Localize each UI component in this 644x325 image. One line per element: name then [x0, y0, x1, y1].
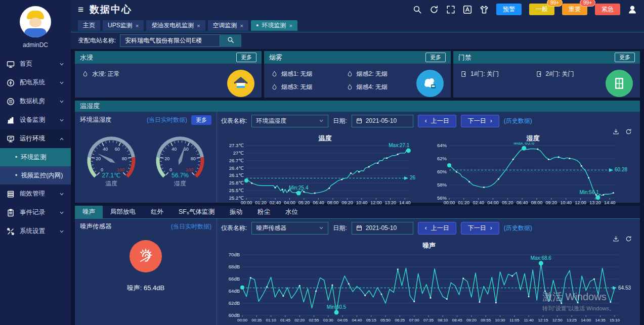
tab-close-icon[interactable]: ×: [240, 23, 243, 29]
station-search-button[interactable]: [220, 34, 241, 47]
refresh-icon[interactable]: [625, 235, 632, 242]
tab-close-icon[interactable]: ×: [136, 23, 139, 29]
status-item: 烟感4: 无烟: [347, 83, 417, 91]
tab-主页[interactable]: 主页: [78, 20, 100, 31]
temp-humidity-card: 环境温湿度 (当日实时数据) 更多 02040608010027.1℃温度020…: [75, 112, 217, 203]
sensor-tab-粉尘[interactable]: 粉尘: [250, 206, 278, 218]
smoke-panel-body: 烟感1: 无烟烟感2: 无烟烟感3: 无烟烟感4: 无烟: [264, 64, 451, 100]
noise-meter-select[interactable]: 噪声传感器: [251, 222, 328, 235]
tab-label: 空调监测: [213, 21, 237, 30]
sensor-tab-噪声[interactable]: 噪声: [75, 206, 103, 218]
svg-text:08:45: 08:45: [452, 318, 463, 322]
door-panel-more-button[interactable]: 更多: [615, 53, 635, 62]
calendar-icon: [356, 118, 362, 124]
download-icon[interactable]: [613, 128, 619, 134]
tab-UPS监测[interactable]: UPS监测×: [103, 20, 144, 31]
sensor-tab-振动[interactable]: 振动: [222, 206, 250, 218]
status-item: 1#门: 关门: [460, 70, 531, 78]
svg-text:06:40: 06:40: [517, 200, 528, 205]
sensor-tab-局部放电[interactable]: 局部放电: [103, 206, 143, 218]
sidebar-item-能效管理[interactable]: 能效管理: [0, 184, 71, 203]
sensor-tab-红外[interactable]: 红外: [143, 206, 171, 218]
tab-close-icon[interactable]: ×: [289, 23, 292, 29]
alarm-button-预警[interactable]: 预警: [496, 4, 522, 15]
hamburger-menu-icon[interactable]: ≡: [78, 5, 83, 14]
alarm-button-一般[interactable]: 一般99+: [529, 4, 554, 15]
tab-close-icon[interactable]: ×: [197, 23, 200, 29]
door-panel-title: 门禁: [458, 53, 471, 62]
status-item: 烟感2: 无烟: [347, 70, 417, 78]
chart-icon: [7, 116, 15, 124]
refresh-icon[interactable]: [430, 5, 439, 14]
sidebar-item-数据机房[interactable]: 数据机房: [0, 92, 71, 111]
tab-环境监测[interactable]: ●环境监测×: [251, 20, 297, 31]
temp-next-day-button[interactable]: 下一日›: [461, 115, 499, 127]
svg-text:08:00: 08:00: [531, 200, 543, 205]
status-item-text: 水浸: 正常: [92, 70, 120, 78]
sidebar-item-label: 设备监测: [20, 116, 45, 124]
refresh-icon[interactable]: [625, 128, 632, 134]
svg-text:13:20: 13:20: [385, 200, 397, 205]
svg-text:27℃: 27℃: [233, 150, 244, 156]
tab-空调监测[interactable]: 空调监测×: [208, 20, 248, 31]
status-item-text: 2#门: 关门: [546, 70, 574, 78]
sidebar-item-运行环境[interactable]: 运行环境: [0, 129, 71, 148]
svg-text:64%: 64%: [437, 143, 447, 148]
temp-history-link[interactable]: (历史数据): [504, 117, 532, 125]
sensor-tab-SF₆气体监测[interactable]: SF₆气体监测: [171, 206, 222, 218]
data-center-app: adminDC 首页配电系统数据机房设备监测运行环境•环境监测•视频监控(内网)…: [0, 0, 644, 325]
temp-prev-day-button[interactable]: ‹上一日: [418, 115, 456, 127]
download-icon[interactable]: [613, 235, 619, 242]
user-icon[interactable]: [628, 5, 637, 14]
chevron-down-icon: [59, 118, 64, 123]
svg-text:60.28: 60.28: [615, 167, 627, 172]
sidebar-item-设备监测[interactable]: 设备监测: [0, 111, 71, 129]
alarm-button-紧急[interactable]: 紧急: [595, 4, 620, 15]
sidebar-item-首页[interactable]: 首页: [0, 55, 71, 73]
noise-chart-controls: 仪表名称:噪声传感器日期:2021-05-10‹上一日下一日›(历史数据): [221, 221, 637, 235]
username: adminDC: [0, 41, 71, 49]
noise-date-input[interactable]: 2021-05-10: [352, 222, 413, 235]
temp-date-input[interactable]: 2021-05-10: [352, 115, 413, 127]
station-name-input[interactable]: 安科瑞电气股份有限公司E楼: [120, 34, 220, 47]
sidebar-item-事件记录[interactable]: 事件记录: [0, 203, 71, 222]
sidebar-item-配电系统[interactable]: 配电系统: [0, 73, 71, 92]
avatar[interactable]: [20, 6, 51, 37]
droplet-icon: [271, 84, 278, 90]
svg-text:09:20: 09:20: [466, 318, 477, 322]
chart-plot-温度: 25.2℃25.5℃25.8℃26.1℃26.4℃26.7℃27℃27.3℃00…: [221, 143, 429, 209]
theme-icon[interactable]: [480, 5, 489, 14]
tab-柴油发电机监测[interactable]: 柴油发电机监测×: [146, 20, 205, 31]
smoke-panel-title: 烟雾: [269, 53, 282, 62]
smoke-panel-items: 烟感1: 无烟烟感2: 无烟烟感3: 无烟烟感4: 无烟: [271, 70, 416, 97]
noise-meter-label: 仪表名称:: [221, 224, 247, 233]
alarm-button-重要[interactable]: 重要99+: [562, 4, 587, 15]
temp-humidity-more-button[interactable]: 更多: [191, 115, 211, 125]
sidebar-item-系统设置[interactable]: 系统设置: [0, 222, 71, 241]
temp-meter-select[interactable]: 环境温湿度: [251, 115, 328, 127]
chevron-down-icon: [319, 225, 324, 230]
sidebar-subitem-环境监测[interactable]: •环境监测: [0, 148, 71, 166]
smoke-panel: 烟雾更多烟感1: 无烟烟感2: 无烟烟感3: 无烟烟感4: 无烟: [264, 51, 451, 98]
status-panels-row: 水浸更多水浸: 正常烟雾更多烟感1: 无烟烟感2: 无烟烟感3: 无烟烟感4: …: [75, 51, 640, 98]
svg-text:80: 80: [122, 156, 127, 161]
temp-meter-label: 仪表名称:: [221, 117, 247, 125]
font-size-icon[interactable]: [463, 5, 472, 14]
chevron-down-icon: [319, 118, 324, 123]
noise-prev-day-button[interactable]: ‹上一日: [418, 222, 456, 235]
water-panel-more-button[interactable]: 更多: [236, 53, 256, 62]
search-icon[interactable]: [413, 5, 422, 14]
fullscreen-icon[interactable]: [446, 5, 455, 14]
sensor-tab-水位[interactable]: 水位: [278, 206, 306, 218]
realtime-data-note: (当日实时数据): [147, 116, 187, 124]
noise-history-link[interactable]: (历史数据): [504, 224, 532, 233]
next-label: 下一日: [468, 117, 486, 125]
svg-text:26.7℃: 26.7℃: [229, 158, 244, 163]
noise-next-day-button[interactable]: 下一日›: [461, 222, 499, 235]
sidebar-item-label: 数据机房: [20, 97, 45, 106]
sidebar-subitem-视频监控(内网)[interactable]: •视频监控(内网): [0, 166, 71, 184]
svg-text:09:20: 09:20: [546, 200, 557, 205]
status-item-text: 烟感3: 无烟: [281, 83, 312, 91]
smoke-panel-more-button[interactable]: 更多: [425, 53, 446, 62]
svg-text:02:55: 02:55: [309, 318, 319, 322]
